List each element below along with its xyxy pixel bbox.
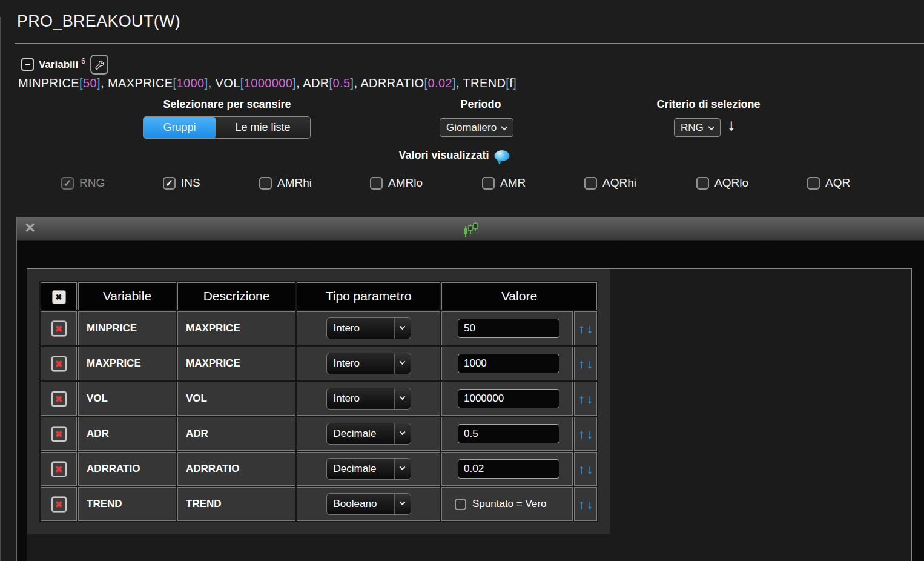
parameters-table: ✖ Variabile Descrizione Tipo parametro V… bbox=[39, 281, 598, 522]
my-lists-button[interactable]: Le mie liste bbox=[216, 117, 310, 138]
variable-name: VOL bbox=[78, 382, 176, 416]
displayed-values-header: Valori visualizzati bbox=[398, 149, 509, 162]
checkbox-box[interactable] bbox=[696, 177, 709, 190]
collapse-icon[interactable]: − bbox=[21, 58, 34, 71]
move-up-button[interactable]: ↑ bbox=[578, 428, 585, 440]
edit-variables-button[interactable] bbox=[90, 55, 108, 75]
param-type-select[interactable]: Intero bbox=[326, 388, 411, 410]
table-row: ✖ MAXPRICE MAXPRICE Intero ↑↓ bbox=[41, 347, 597, 380]
wrench-icon bbox=[94, 59, 105, 71]
criteria-select[interactable]: RNG bbox=[674, 118, 721, 137]
page-title: PRO_BREAKOUT(W) bbox=[17, 12, 180, 31]
chevron-down-icon bbox=[394, 353, 411, 374]
variable-name: MINPRICE bbox=[78, 311, 176, 345]
chevron-down-icon bbox=[708, 123, 714, 130]
move-up-button[interactable]: ↑ bbox=[578, 357, 585, 370]
param-type-select[interactable]: Decimale bbox=[326, 423, 411, 445]
variable-name: ADR bbox=[78, 417, 176, 451]
move-up-button[interactable]: ↑ bbox=[578, 463, 585, 476]
table-row: ✖ TREND TREND Booleano Spuntato = Vero ↑… bbox=[41, 487, 597, 521]
period-select-value: Giornaliero bbox=[446, 122, 497, 134]
param-type-select[interactable]: Intero bbox=[326, 317, 411, 339]
panel-titlebar[interactable]: ✕ bbox=[17, 217, 924, 241]
chevron-down-icon bbox=[394, 318, 411, 339]
chevron-down-icon bbox=[394, 459, 411, 479]
chevron-down-icon bbox=[394, 423, 411, 444]
variable-description: ADR bbox=[177, 417, 295, 451]
move-down-button[interactable]: ↓ bbox=[587, 322, 593, 335]
checkbox-amr[interactable]: AMR bbox=[482, 176, 526, 190]
header-variable: Variabile bbox=[78, 282, 176, 310]
value-input[interactable] bbox=[458, 389, 559, 408]
checkbox-aqrlo[interactable]: AQRlo bbox=[696, 176, 748, 190]
checkbox-aqrhi[interactable]: AQRhi bbox=[584, 176, 636, 190]
value-input[interactable] bbox=[458, 354, 559, 373]
param-type-select[interactable]: Booleano bbox=[326, 493, 411, 515]
delete-all-button[interactable]: ✖ bbox=[52, 290, 66, 304]
variables-header: − Variabili 6 bbox=[21, 55, 108, 75]
move-up-button[interactable]: ↑ bbox=[578, 498, 585, 511]
checkbox-label: AMRlo bbox=[388, 176, 423, 190]
boolean-value-checkbox[interactable] bbox=[455, 499, 466, 510]
parameters-table-container: ✖ Variabile Descrizione Tipo parametro V… bbox=[27, 269, 610, 534]
table-header-row: ✖ Variabile Descrizione Tipo parametro V… bbox=[41, 282, 597, 310]
param-type-select[interactable]: Decimale bbox=[326, 458, 411, 480]
table-row: ✖ VOL VOL Intero ↑↓ bbox=[41, 382, 597, 416]
move-up-button[interactable]: ↑ bbox=[578, 393, 585, 405]
variable-name: TREND bbox=[78, 487, 176, 521]
delete-row-button[interactable]: ✖ bbox=[51, 426, 67, 442]
value-input[interactable] bbox=[458, 459, 559, 479]
period-select[interactable]: Giornaliero bbox=[440, 118, 513, 137]
delete-row-button[interactable]: ✖ bbox=[51, 356, 67, 372]
move-down-button[interactable]: ↓ bbox=[587, 498, 593, 511]
criteria-label: Criterio di selezione bbox=[656, 98, 760, 111]
groups-button[interactable]: Gruppi bbox=[144, 117, 216, 138]
checkbox-box[interactable] bbox=[259, 177, 272, 190]
move-up-button[interactable]: ↑ bbox=[578, 322, 585, 335]
value-input[interactable] bbox=[458, 319, 559, 338]
checkbox-box[interactable] bbox=[584, 177, 597, 190]
checkbox-label: AMR bbox=[500, 176, 526, 190]
variable-name: MAXPRICE bbox=[78, 347, 176, 380]
checkbox-label: AMRhi bbox=[277, 176, 312, 190]
table-row: ✖ MINPRICE MAXPRICE Intero ↑↓ bbox=[41, 311, 597, 345]
table-row: ✖ ADRRATIO ADRRATIO Decimale ↑↓ bbox=[41, 452, 597, 486]
period-label: Periodo bbox=[460, 98, 501, 111]
checkbox-rng: RNG bbox=[61, 176, 105, 190]
header-value: Valore bbox=[441, 282, 597, 310]
checkbox-box[interactable] bbox=[807, 177, 820, 190]
variable-description: MAXPRICE bbox=[177, 347, 295, 380]
move-down-button[interactable]: ↓ bbox=[587, 463, 593, 476]
checkbox-box[interactable] bbox=[163, 177, 176, 190]
checkbox-amrhi[interactable]: AMRhi bbox=[259, 176, 312, 190]
variable-description: MAXPRICE bbox=[177, 311, 295, 345]
move-down-button[interactable]: ↓ bbox=[587, 428, 593, 440]
move-down-button[interactable]: ↓ bbox=[587, 393, 593, 405]
checkbox-amrlo[interactable]: AMRlo bbox=[370, 176, 423, 190]
checkbox-label: RNG bbox=[79, 176, 105, 190]
chevron-down-icon bbox=[501, 123, 507, 130]
delete-row-button[interactable]: ✖ bbox=[51, 461, 67, 477]
sort-direction-arrow[interactable]: ↓ bbox=[727, 116, 735, 134]
variables-count: 6 bbox=[81, 57, 85, 65]
close-icon[interactable]: ✕ bbox=[24, 220, 36, 236]
title-divider bbox=[15, 43, 924, 44]
speech-bubble-icon[interactable] bbox=[495, 150, 510, 161]
value-input[interactable] bbox=[458, 424, 559, 443]
parameters-form: ✖ Variabile Descrizione Tipo parametro V… bbox=[27, 268, 912, 561]
displayed-values-label: Valori visualizzati bbox=[398, 149, 489, 162]
checkbox-ins[interactable]: INS bbox=[163, 176, 200, 190]
param-type-select[interactable]: Intero bbox=[326, 353, 411, 374]
checkbox-label: AQR bbox=[825, 176, 850, 190]
delete-row-button[interactable]: ✖ bbox=[51, 320, 67, 337]
checkbox-label: AQRhi bbox=[602, 176, 636, 190]
checkbox-box[interactable] bbox=[482, 177, 495, 190]
delete-row-button[interactable]: ✖ bbox=[51, 391, 67, 407]
scan-toggle-group: Gruppi Le mie liste bbox=[143, 116, 311, 139]
checkbox-aqr[interactable]: AQR bbox=[807, 176, 850, 190]
variable-name: ADRRATIO bbox=[78, 452, 176, 486]
delete-row-button[interactable]: ✖ bbox=[51, 496, 67, 513]
candlestick-chart-icon bbox=[463, 221, 479, 240]
move-down-button[interactable]: ↓ bbox=[587, 357, 593, 370]
checkbox-box[interactable] bbox=[370, 177, 383, 190]
